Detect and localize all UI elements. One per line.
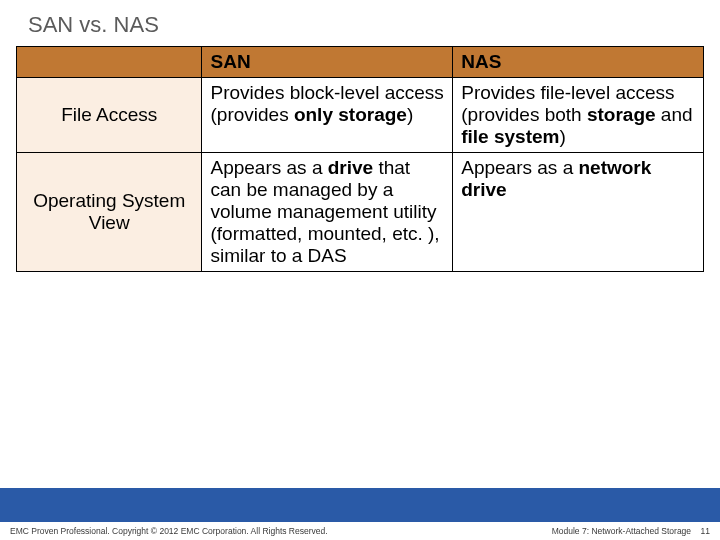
cell-file-access-san: Provides block-level access (provides on…	[202, 78, 453, 153]
footer-right: Module 7: Network-Attached Storage 11	[552, 526, 710, 536]
header-blank	[17, 47, 202, 78]
footer: EMC Proven Professional. Copyright © 201…	[0, 522, 720, 540]
header-nas: NAS	[453, 47, 704, 78]
table-header-row: SAN NAS	[17, 47, 704, 78]
footer-module: Module 7: Network-Attached Storage	[552, 526, 691, 536]
table-row: File Access Provides block-level access …	[17, 78, 704, 153]
slide: SAN vs. NAS SAN NAS File Access Provides…	[0, 0, 720, 540]
cell-file-access-nas: Provides file-level access (provides bot…	[453, 78, 704, 153]
header-san: SAN	[202, 47, 453, 78]
row-label-file-access: File Access	[17, 78, 202, 153]
comparison-table-wrap: SAN NAS File Access Provides block-level…	[0, 46, 720, 272]
table-row: Operating System View Appears as a drive…	[17, 153, 704, 272]
row-label-os-view: Operating System View	[17, 153, 202, 272]
brand-band	[0, 488, 720, 522]
slide-title: SAN vs. NAS	[0, 0, 720, 46]
footer-left: EMC Proven Professional. Copyright © 201…	[10, 526, 328, 536]
comparison-table: SAN NAS File Access Provides block-level…	[16, 46, 704, 272]
footer-page: 11	[701, 526, 710, 536]
cell-os-view-nas: Appears as a network drive	[453, 153, 704, 272]
cell-os-view-san: Appears as a drive that can be managed b…	[202, 153, 453, 272]
